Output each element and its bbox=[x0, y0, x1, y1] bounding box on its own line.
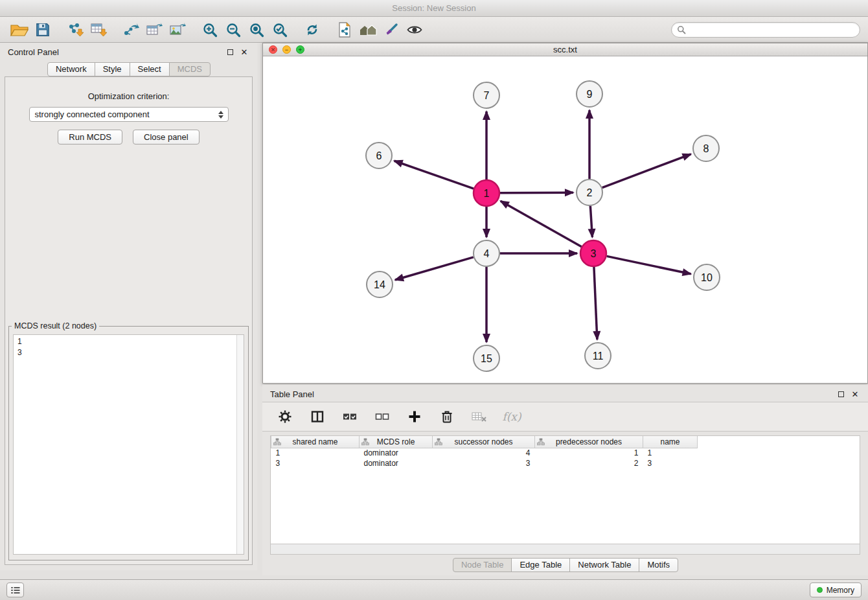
table-settings-button[interactable] bbox=[275, 407, 295, 426]
cell-predecessor-nodes[interactable]: 1 bbox=[535, 448, 643, 458]
columns-icon bbox=[311, 410, 324, 423]
table-panel-header: Table Panel ✕ bbox=[262, 385, 868, 403]
graph-edge-4-14[interactable] bbox=[395, 257, 474, 280]
column-header-shared-name[interactable]: shared name bbox=[271, 436, 360, 448]
cell-shared-name[interactable]: 1 bbox=[271, 448, 360, 458]
criterion-dropdown-value: strongly connected component bbox=[35, 110, 216, 119]
table-toolbar: f(x) bbox=[262, 402, 868, 432]
tab-node-table[interactable]: Node Table bbox=[453, 558, 512, 572]
table-panel-tabs: Node Table Edge Table Network Table Moti… bbox=[262, 558, 868, 572]
cell-mcds-role[interactable]: dominator bbox=[360, 458, 433, 468]
graph-node-label-7: 7 bbox=[484, 90, 490, 101]
delete-table-icon bbox=[472, 411, 487, 422]
home-button[interactable] bbox=[356, 19, 380, 40]
show-columns-button[interactable] bbox=[308, 407, 327, 426]
delete-column-button[interactable] bbox=[437, 407, 457, 426]
plus-icon bbox=[408, 410, 421, 423]
cell-name[interactable]: 3 bbox=[643, 458, 698, 468]
minimize-window-button[interactable]: − bbox=[282, 45, 291, 54]
table-header-row: shared name MCDS role successor nodes pr… bbox=[271, 436, 698, 448]
select-all-columns-button[interactable] bbox=[340, 407, 360, 426]
tab-network-table[interactable]: Network Table bbox=[569, 558, 639, 572]
control-panel-tabs: Network Style Select MCDS bbox=[0, 62, 257, 76]
cell-successor-nodes[interactable]: 3 bbox=[433, 458, 535, 468]
export-table-button[interactable] bbox=[143, 19, 166, 40]
search-input[interactable] bbox=[689, 25, 854, 34]
window-controls: ✕ − + bbox=[269, 45, 304, 54]
column-header-name[interactable]: name bbox=[643, 436, 698, 448]
import-network-button[interactable] bbox=[63, 19, 87, 40]
close-window-button[interactable]: ✕ bbox=[269, 45, 277, 54]
zoom-out-button[interactable] bbox=[222, 19, 245, 40]
save-session-button[interactable] bbox=[31, 19, 54, 40]
tab-motifs[interactable]: Motifs bbox=[639, 558, 678, 572]
graph-edge-1-2[interactable] bbox=[500, 192, 573, 193]
function-builder-button[interactable]: f(x) bbox=[502, 407, 521, 426]
criterion-dropdown[interactable]: strongly connected component bbox=[29, 107, 229, 122]
zoom-selected-button[interactable] bbox=[268, 19, 291, 40]
cell-mcds-role[interactable]: dominator bbox=[360, 448, 433, 458]
style-brush-button[interactable] bbox=[380, 19, 403, 40]
cell-name[interactable]: 1 bbox=[643, 448, 698, 458]
add-column-button[interactable] bbox=[405, 407, 424, 426]
run-mcds-button[interactable]: Run MCDS bbox=[58, 130, 122, 144]
column-header-mcds-role[interactable]: MCDS role bbox=[360, 436, 433, 448]
cell-successor-nodes[interactable]: 4 bbox=[433, 448, 535, 458]
delete-table-button[interactable] bbox=[470, 407, 489, 426]
table-row[interactable]: 3 dominator 3 2 3 bbox=[271, 458, 698, 468]
table-row[interactable]: 1 dominator 4 1 1 bbox=[271, 448, 698, 458]
column-header-predecessor-nodes[interactable]: predecessor nodes bbox=[535, 436, 643, 448]
network-document-button[interactable] bbox=[333, 19, 356, 40]
graph-edge-3-11[interactable] bbox=[594, 267, 597, 340]
network-window-titlebar: ✕ − + scc.txt bbox=[263, 43, 867, 56]
graph-node-label-4: 4 bbox=[484, 248, 490, 259]
column-type-icon bbox=[273, 438, 281, 448]
close-panel-button[interactable]: ✕ bbox=[239, 47, 249, 57]
table-panel: Table Panel ✕ bbox=[262, 385, 868, 575]
trash-icon bbox=[440, 410, 453, 424]
tab-edge-table[interactable]: Edge Table bbox=[511, 558, 570, 572]
tab-mcds[interactable]: MCDS bbox=[169, 62, 211, 76]
float-panel-button[interactable] bbox=[225, 47, 235, 57]
refresh-layout-button[interactable] bbox=[301, 19, 324, 40]
network-canvas[interactable]: 7968124314101511 bbox=[263, 56, 867, 383]
application-window: Session: New Session bbox=[0, 0, 868, 600]
zoom-fit-button[interactable] bbox=[245, 19, 268, 40]
graph-node-label-2: 2 bbox=[587, 187, 593, 198]
network-document-icon bbox=[337, 21, 352, 38]
graph-edge-2-3[interactable] bbox=[590, 206, 592, 237]
zoom-in-button[interactable] bbox=[198, 19, 222, 40]
table-horizontal-scrollbar[interactable] bbox=[270, 544, 860, 555]
graph-edge-3-1[interactable] bbox=[501, 201, 582, 246]
mcds-result-textarea[interactable]: 1 3 bbox=[13, 334, 244, 555]
export-network-button[interactable] bbox=[119, 19, 143, 40]
search-icon bbox=[677, 25, 686, 34]
cell-predecessor-nodes[interactable]: 2 bbox=[535, 458, 643, 468]
deselect-all-columns-button[interactable] bbox=[372, 407, 392, 426]
task-history-button[interactable] bbox=[6, 583, 24, 597]
open-folder-button[interactable] bbox=[8, 19, 31, 40]
window-title: Session: New Session bbox=[392, 3, 475, 13]
tab-select[interactable]: Select bbox=[130, 62, 170, 76]
close-table-panel-button[interactable]: ✕ bbox=[850, 389, 860, 399]
graph-edge-2-8[interactable] bbox=[602, 154, 691, 188]
mcds-result-group: MCDS result (2 nodes) 1 3 bbox=[8, 321, 249, 560]
graph-edge-1-6[interactable] bbox=[394, 161, 474, 189]
cell-shared-name[interactable]: 3 bbox=[271, 458, 360, 468]
memory-button[interactable]: Memory bbox=[810, 583, 862, 597]
tab-network[interactable]: Network bbox=[47, 62, 95, 76]
close-panel-button-mcds[interactable]: Close panel bbox=[133, 130, 200, 144]
import-table-button[interactable] bbox=[87, 19, 110, 40]
result-scrollbar[interactable] bbox=[236, 335, 244, 554]
column-header-successor-nodes[interactable]: successor nodes bbox=[433, 436, 535, 448]
tab-style[interactable]: Style bbox=[95, 62, 130, 76]
panel-splitter[interactable] bbox=[257, 43, 262, 579]
toolbar-separator bbox=[324, 29, 333, 30]
eye-icon bbox=[406, 22, 423, 38]
show-graphics-details-button[interactable] bbox=[403, 19, 426, 40]
network-graph[interactable]: 7968124314101511 bbox=[263, 56, 867, 383]
maximize-window-button[interactable]: + bbox=[296, 45, 304, 54]
graph-edge-3-10[interactable] bbox=[607, 256, 691, 273]
float-table-panel-button[interactable] bbox=[836, 389, 846, 399]
export-image-button[interactable] bbox=[166, 19, 189, 40]
